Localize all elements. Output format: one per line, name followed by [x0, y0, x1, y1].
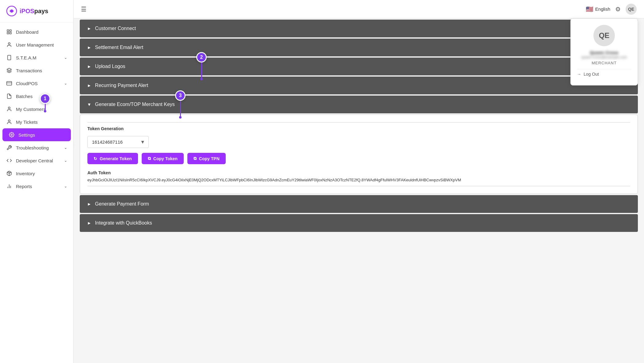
- accordion-label: Generate Payment Form: [95, 201, 149, 207]
- sidebar-item-label: Batches: [16, 94, 33, 99]
- svg-rect-5: [10, 32, 11, 34]
- logo-area[interactable]: iPOSpays: [0, 0, 73, 22]
- sidebar-item-label: Dashboard: [16, 29, 38, 35]
- sidebar-item-label: Reports: [16, 184, 32, 189]
- sidebar-item-cloudpos[interactable]: CloudPOS ⌄: [0, 77, 73, 90]
- chevron-icon: ⌄: [64, 158, 67, 163]
- sidebar-item-reports[interactable]: Reports ⌄: [0, 180, 73, 193]
- chevron-right-icon: ►: [87, 83, 91, 88]
- sidebar-item-label: Inventory: [16, 171, 35, 176]
- user-role: MERCHANT: [577, 61, 631, 65]
- sidebar-item-inventory[interactable]: Inventory: [0, 167, 73, 180]
- sidebar-item-developer-central[interactable]: Developer Central ⌄: [0, 154, 73, 167]
- logout-label: Log Out: [584, 72, 599, 77]
- bar-chart-icon: [6, 183, 12, 189]
- token-select-wrapper: 161424687116 ▼: [87, 136, 149, 148]
- logout-button[interactable]: → Log Out: [577, 69, 631, 79]
- sidebar-item-my-customers[interactable]: My Customers 1: [0, 103, 73, 115]
- accordion-integrate-quickbooks[interactable]: ► Integrate with QuickBooks: [80, 214, 638, 232]
- chevron-icon: ⌄: [64, 81, 67, 85]
- user-dropdown: QE Queen Cross queen.cross@example.com M…: [570, 18, 638, 85]
- sidebar-item-label: Troubleshooting: [16, 145, 49, 150]
- sidebar-item-transactions[interactable]: Transactions: [0, 64, 73, 77]
- accordion-label: Upload Logos: [95, 64, 125, 69]
- tablet-icon: [6, 55, 12, 61]
- sidebar-item-user-management[interactable]: User Management: [0, 38, 73, 51]
- settings-icon: [9, 132, 15, 138]
- language-label: English: [595, 6, 610, 12]
- sidebar: iPOSpays Dashboard User Management S.T.E…: [0, 0, 74, 363]
- svg-rect-2: [7, 30, 9, 31]
- svg-point-12: [8, 107, 10, 109]
- accordion-label: Customer Connect: [95, 26, 136, 31]
- chevron-right-icon: ►: [87, 64, 91, 69]
- chevron-icon: ⌄: [64, 184, 67, 188]
- accordion-label: Integrate with QuickBooks: [95, 220, 152, 226]
- credit-card-icon: [6, 80, 12, 86]
- sidebar-item-steam[interactable]: S.T.E.A.M ⌄: [0, 51, 73, 64]
- svg-point-6: [8, 43, 10, 44]
- settings-gear-button[interactable]: ⚙: [615, 6, 621, 13]
- generate-token-button[interactable]: ↻ Generate Token: [87, 153, 138, 164]
- refresh-icon: ↻: [94, 156, 97, 161]
- svg-point-14: [11, 134, 13, 136]
- sidebar-item-label: My Tickets: [16, 119, 38, 125]
- svg-rect-4: [7, 32, 9, 34]
- sidebar-item-my-tickets[interactable]: My Tickets: [0, 115, 73, 128]
- sidebar-item-batches[interactable]: Batches: [0, 90, 73, 103]
- main-content: ☰ 🇺🇸 English ⚙ QE ► Customer Connect ► S…: [74, 0, 644, 363]
- sidebar-item-troubleshooting[interactable]: Troubleshooting ⌄: [0, 141, 73, 154]
- sidebar-item-dashboard[interactable]: Dashboard: [0, 25, 73, 38]
- svg-rect-3: [10, 30, 11, 31]
- sidebar-item-label: S.T.E.A.M: [16, 55, 36, 60]
- copy-token-button[interactable]: ⧉ Copy Token: [142, 153, 184, 164]
- grid-icon: [6, 29, 12, 35]
- generate-token-label: Generate Token: [100, 156, 132, 161]
- user-avatar-large: QE: [593, 25, 615, 46]
- code-icon: [6, 157, 12, 164]
- svg-marker-9: [7, 68, 12, 71]
- sidebar-item-label: Developer Central: [16, 158, 53, 163]
- accordion-generate-ecom[interactable]: ▼ Generate Ecom/TOP Merchant Keys: [80, 96, 638, 113]
- svg-rect-7: [8, 55, 11, 60]
- chevron-icon: ⌄: [64, 146, 67, 150]
- hamburger-icon[interactable]: ☰: [81, 6, 86, 13]
- svg-rect-10: [7, 81, 12, 85]
- chevron-right-icon: ►: [87, 26, 91, 31]
- copy-tpn-label: Copy TPN: [199, 156, 220, 161]
- chevron-icon: ⌄: [64, 55, 67, 60]
- chevron-right-icon: ►: [87, 202, 91, 206]
- user-avatar-button[interactable]: QE: [626, 4, 637, 15]
- accordion-label: Generate Ecom/TOP Merchant Keys: [95, 102, 175, 107]
- token-generation-box: 3 4 Token Generation 161424687116 ▼ ↻: [80, 115, 638, 194]
- logout-icon: →: [577, 72, 581, 77]
- language-selector[interactable]: 🇺🇸 English: [586, 6, 610, 13]
- copy-tpn-icon: ⧉: [194, 156, 197, 161]
- accordion-recurring-payment[interactable]: ► Recurring Payment Alert 2: [80, 77, 638, 94]
- sidebar-item-settings[interactable]: Settings: [2, 128, 71, 141]
- layers-icon: [6, 67, 12, 74]
- copy-token-label: Copy Token: [153, 156, 178, 161]
- sidebar-nav: Dashboard User Management S.T.E.A.M ⌄ Tr…: [0, 22, 73, 196]
- chevron-down-icon: ▼: [87, 102, 91, 107]
- sidebar-item-label: User Management: [16, 42, 54, 47]
- package-icon: [6, 170, 12, 176]
- sidebar-item-label: My Customers: [16, 107, 46, 112]
- copy-tpn-button[interactable]: ⧉ Copy TPN: [187, 153, 226, 164]
- sidebar-item-label: CloudPOS: [16, 81, 38, 86]
- svg-point-13: [8, 120, 10, 122]
- token-actions: ↻ Generate Token ⧉ Copy Token ⧉ Copy TPN: [87, 153, 630, 164]
- tool-icon: [6, 145, 12, 151]
- sidebar-item-label: Settings: [18, 132, 35, 138]
- chevron-right-icon: ►: [87, 45, 91, 50]
- ticket-icon: [6, 119, 12, 125]
- accordion-upload-logos[interactable]: ► Upload Logos: [80, 58, 638, 75]
- accordion-customer-connect[interactable]: ► Customer Connect: [80, 20, 638, 37]
- accordion-settlement-email[interactable]: ► Settlement Email Alert: [80, 39, 638, 56]
- auth-token-label: Auth Token: [87, 170, 630, 175]
- svg-line-15: [8, 172, 10, 173]
- token-select[interactable]: 161424687116: [87, 136, 149, 148]
- logo-text: iPOSpays: [20, 8, 48, 15]
- accordion-generate-payment-form[interactable]: ► Generate Payment Form: [80, 195, 638, 213]
- token-generation-label: Token Generation: [87, 122, 630, 131]
